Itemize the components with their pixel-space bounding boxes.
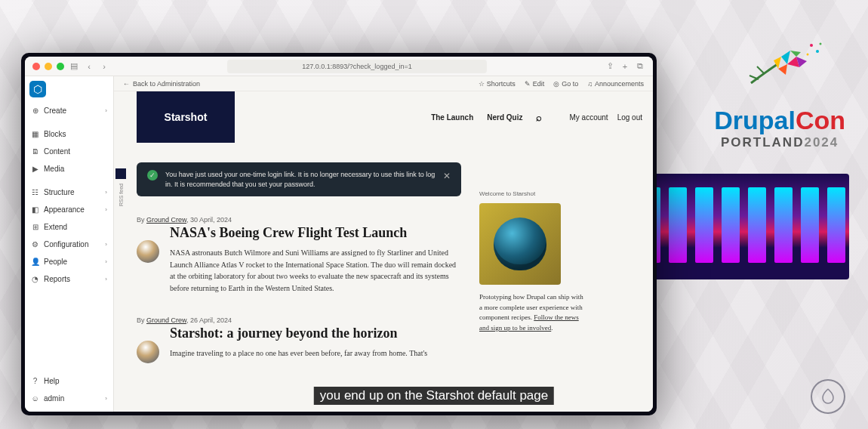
drupal-badge-icon bbox=[811, 379, 845, 414]
article-title[interactable]: Starshot: a journey beyond the horizon bbox=[170, 326, 427, 341]
shortcuts-link[interactable]: ☆Shortcuts bbox=[479, 80, 516, 88]
sidebar-item-configuration[interactable]: ⚙Configuration› bbox=[25, 236, 113, 253]
maximize-button[interactable] bbox=[57, 63, 64, 70]
sidebar-item-admin[interactable]: ☺admin› bbox=[25, 390, 113, 407]
rose-graphic bbox=[736, 38, 826, 98]
gear-icon: ⚙ bbox=[31, 240, 39, 248]
sidebar-item-people[interactable]: 👤People› bbox=[25, 253, 113, 270]
structure-icon: ☷ bbox=[31, 188, 39, 196]
aside-text: Prototyping how Drupal can ship with a m… bbox=[479, 292, 585, 333]
logo-con: Con bbox=[796, 106, 845, 134]
author-link[interactable]: Ground Crew bbox=[146, 216, 186, 224]
drupal-logo-icon[interactable]: ⬡ bbox=[29, 81, 46, 97]
article-byline: By Ground Crew, 30 April, 2024 bbox=[137, 216, 461, 224]
sidebar-item-appearance[interactable]: ◧Appearance› bbox=[25, 201, 113, 218]
sidebar-toggle-icon[interactable]: ▤ bbox=[69, 61, 79, 72]
article: NASA's Boeing Crew Flight Test Launch NA… bbox=[137, 225, 461, 294]
goto-link[interactable]: ◎Go to bbox=[553, 80, 578, 88]
url-bar[interactable]: 127.0.0.1:8893/?check_logged_in=1 bbox=[227, 60, 487, 73]
article: Starshot: a journey beyond the horizon I… bbox=[137, 326, 461, 363]
svg-point-7 bbox=[816, 50, 819, 53]
back-arrow-icon: ← bbox=[123, 80, 130, 88]
content-icon: 🗎 bbox=[31, 147, 39, 156]
article-body: Imagine traveling to a place no one has … bbox=[170, 347, 427, 360]
svg-point-6 bbox=[810, 44, 813, 47]
extend-icon: ⊞ bbox=[31, 223, 39, 231]
people-icon: 👤 bbox=[31, 258, 39, 266]
status-message: ✓ You have just used your one-time login… bbox=[137, 162, 461, 196]
svg-marker-0 bbox=[781, 51, 790, 64]
media-icon: ▶ bbox=[31, 165, 39, 173]
blocks-icon: ▦ bbox=[31, 130, 39, 138]
target-icon: ◎ bbox=[553, 80, 559, 88]
article-byline: By Ground Crew, 26 April, 2024 bbox=[137, 316, 461, 324]
search-icon[interactable]: ⌕ bbox=[536, 112, 542, 123]
reports-icon: ◔ bbox=[31, 275, 39, 283]
rss-icon bbox=[115, 168, 126, 179]
minimize-button[interactable] bbox=[45, 63, 52, 70]
main-content: ✓ You have just used your one-time login… bbox=[137, 162, 461, 386]
bell-icon: ♫ bbox=[587, 80, 593, 88]
sidebar-item-content[interactable]: 🗎Content bbox=[25, 143, 113, 160]
share-icon[interactable]: ⇪ bbox=[605, 61, 615, 71]
help-icon: ? bbox=[31, 377, 39, 385]
welcome-label: Welcome to Starshot bbox=[479, 190, 585, 199]
close-icon[interactable]: ✕ bbox=[443, 170, 451, 183]
sidebar-item-reports[interactable]: ◔Reports› bbox=[25, 270, 113, 288]
sidebar-item-help[interactable]: ?Help bbox=[25, 372, 113, 390]
user-icon: ☺ bbox=[31, 394, 39, 403]
edit-link[interactable]: ✎Edit bbox=[525, 80, 545, 88]
check-icon: ✓ bbox=[147, 170, 158, 181]
helmet-image[interactable] bbox=[479, 203, 561, 285]
tabs-icon[interactable]: ⧉ bbox=[635, 61, 645, 71]
admin-sidebar: ⬡ ⊕Create› ▦Blocks 🗎Content ▶Media ☷Stru… bbox=[25, 76, 114, 412]
svg-marker-5 bbox=[778, 64, 787, 75]
back-to-admin-link[interactable]: ←Back to Administration bbox=[123, 80, 200, 88]
chevron-right-icon: › bbox=[105, 276, 107, 282]
admin-strip: ←Back to Administration ☆Shortcuts ✎Edit… bbox=[114, 76, 653, 91]
forward-button[interactable]: › bbox=[99, 61, 109, 72]
sidebar-item-blocks[interactable]: ▦Blocks bbox=[25, 125, 113, 143]
conference-logo: DrupalCon PORTLAND2024 bbox=[714, 106, 845, 150]
article-thumbnail[interactable] bbox=[137, 240, 159, 263]
sidebar-item-structure[interactable]: ☷Structure› bbox=[25, 184, 113, 201]
pencil-icon: ✎ bbox=[525, 80, 531, 88]
my-account-link[interactable]: My account bbox=[569, 113, 608, 122]
svg-marker-3 bbox=[790, 51, 801, 57]
svg-point-8 bbox=[807, 54, 809, 56]
article-thumbnail[interactable] bbox=[137, 341, 159, 363]
chevron-right-icon: › bbox=[105, 206, 107, 213]
sidebar-item-create[interactable]: ⊕Create› bbox=[25, 102, 113, 119]
stage-photo bbox=[638, 174, 849, 279]
nav-nerd-quiz[interactable]: Nerd Quiz bbox=[487, 113, 522, 122]
sidebar-item-extend[interactable]: ⊞Extend bbox=[25, 218, 113, 236]
rss-tab[interactable]: RSS feed bbox=[114, 167, 128, 212]
browser-window: ▤ ‹ › 127.0.0.1:8893/?check_logged_in=1 … bbox=[21, 53, 657, 415]
plus-icon: ⊕ bbox=[31, 106, 39, 115]
announcements-link[interactable]: ♫Announcements bbox=[587, 80, 644, 88]
sidebar-aside: Welcome to Starshot Prototyping how Drup… bbox=[479, 190, 585, 386]
titlebar: ▤ ‹ › 127.0.0.1:8893/?check_logged_in=1 … bbox=[25, 57, 653, 76]
logout-link[interactable]: Log out bbox=[617, 113, 642, 122]
site-header: Starshot The Launch Nerd Quiz ⌕ My accou… bbox=[137, 91, 642, 143]
chevron-right-icon: › bbox=[105, 258, 107, 265]
close-button[interactable] bbox=[32, 63, 40, 70]
status-text: You have just used your one-time login l… bbox=[165, 170, 436, 189]
chevron-right-icon: › bbox=[105, 395, 107, 402]
svg-point-9 bbox=[820, 43, 822, 45]
video-caption: you end up on the Starshot default page bbox=[314, 387, 554, 405]
logo-drupal: Drupal bbox=[714, 106, 796, 134]
star-icon: ☆ bbox=[479, 80, 485, 88]
site-name-banner[interactable]: Starshot bbox=[137, 91, 235, 143]
article-title[interactable]: NASA's Boeing Crew Flight Test Launch bbox=[170, 225, 461, 241]
new-tab-icon[interactable]: + bbox=[620, 62, 630, 71]
chevron-right-icon: › bbox=[105, 241, 107, 248]
article-body: NASA astronauts Butch Wilmore and Suni W… bbox=[170, 247, 461, 294]
nav-the-launch[interactable]: The Launch bbox=[431, 113, 473, 122]
chevron-right-icon: › bbox=[105, 107, 107, 114]
back-button[interactable]: ‹ bbox=[84, 61, 94, 72]
sidebar-item-media[interactable]: ▶Media bbox=[25, 160, 113, 177]
chevron-right-icon: › bbox=[105, 189, 107, 196]
appearance-icon: ◧ bbox=[31, 205, 39, 214]
author-link[interactable]: Ground Crew bbox=[146, 316, 186, 324]
